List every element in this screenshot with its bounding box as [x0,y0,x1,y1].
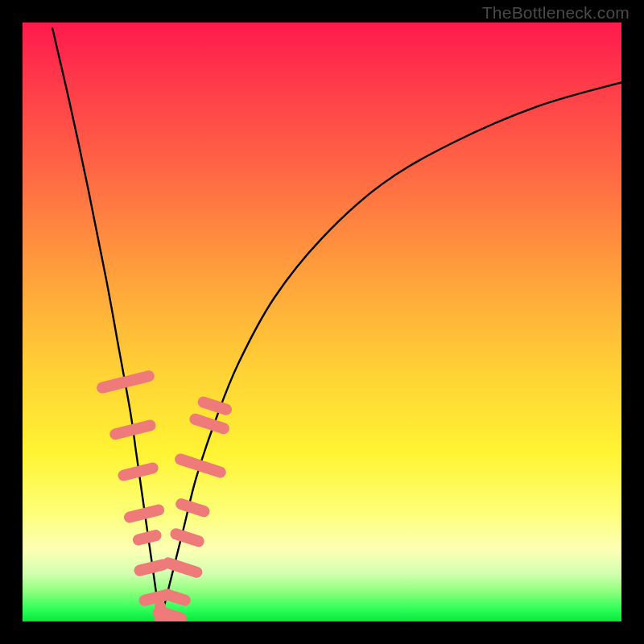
marker-pill [102,376,149,387]
chart-frame: TheBottleneck.com [0,0,644,644]
marker-pill [180,460,221,473]
watermark-text: TheBottleneck.com [482,3,630,23]
curve-layer [23,23,621,621]
marker-pill [195,419,223,428]
curve-right-branch [160,82,621,621]
marker-pill [181,504,204,511]
marker-group [102,376,226,621]
bottleneck-curve [52,28,621,621]
marker-pill [175,534,198,541]
marker-pill [115,426,150,435]
marker-pill [124,469,153,476]
curve-left-branch [52,28,160,621]
marker-pill [168,595,185,601]
marker-pill [140,564,163,570]
marker-pill [138,535,156,539]
plot-area [23,23,621,621]
marker-pill [130,510,159,518]
marker-pill [204,402,226,410]
marker-pill [163,613,180,618]
